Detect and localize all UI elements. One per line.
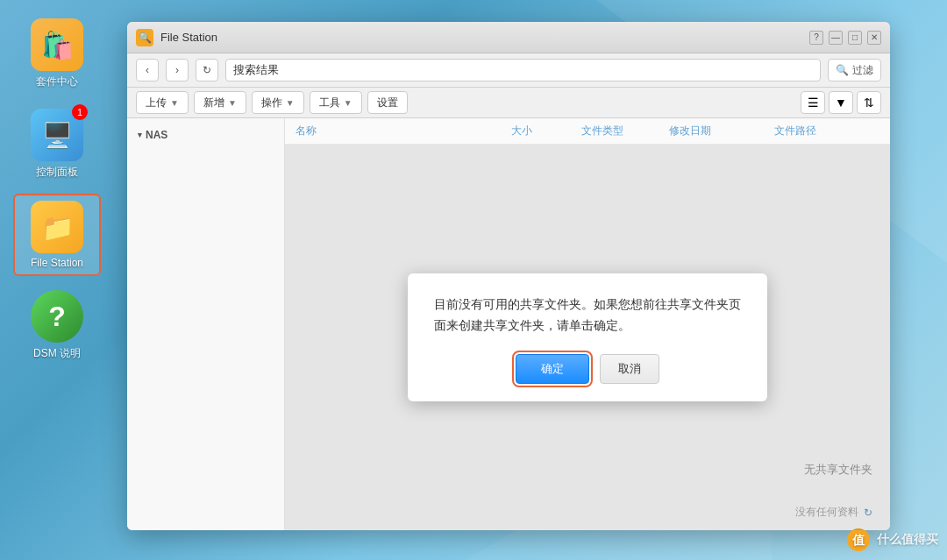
window-icon: 🔍: [136, 29, 153, 46]
dsm-help-label: DSM 说明: [33, 346, 81, 361]
col-type[interactable]: 文件类型: [581, 124, 669, 138]
cancel-button[interactable]: 取消: [600, 354, 659, 384]
list-view-button[interactable]: ☰: [801, 91, 825, 114]
view-dropdown-button[interactable]: ▼: [829, 91, 853, 114]
dialog-overlay: 目前没有可用的共享文件夹。如果您想前往共享文件夹页 面来创建共享文件夹，请单击确…: [285, 145, 890, 530]
col-path[interactable]: 文件路径: [774, 124, 879, 138]
upload-arrow: ▼: [170, 98, 179, 108]
search-icon: 🔍: [836, 64, 849, 76]
dialog-buttons: 确定 取消: [434, 354, 741, 384]
sidebar-nas-section: ▾ NAS: [127, 125, 284, 145]
back-button[interactable]: ‹: [136, 59, 159, 82]
file-list-header: 名称 大小 文件类型 修改日期 文件路径: [285, 118, 890, 145]
tools-button[interactable]: 工具 ▼: [310, 91, 362, 114]
watermark-text: 什么值得买: [877, 532, 938, 546]
upload-button[interactable]: 上传 ▼: [136, 91, 189, 114]
desktop-icon-file-station[interactable]: 📁 File Station: [13, 194, 101, 276]
file-station-window: 🔍 File Station ? — □ ✕ ‹ › ↻ 🔍 过滤 上传 ▼ 新…: [127, 22, 890, 530]
dialog-content: 目前没有可用的共享文件夹。如果您想前往共享文件夹页 面来创建共享文件夹，请单击确…: [434, 294, 741, 337]
sidebar: ▾ NAS: [127, 118, 285, 530]
view-buttons: ☰ ▼ ⇅: [801, 91, 881, 114]
new-button[interactable]: 新增 ▼: [194, 91, 246, 114]
col-size[interactable]: 大小: [511, 124, 581, 138]
dialog-message-line1: 目前没有可用的共享文件夹。如果您想前往共享文件夹页: [434, 294, 741, 315]
dialog-message-line2: 面来创建共享文件夹，请单击确定。: [434, 315, 741, 337]
desktop-icons: 🛍️ 套件中心 🖥️ 1 控制面板 📁 File Station ? DSM 说…: [0, 0, 114, 560]
package-center-icon: 🛍️: [31, 18, 83, 71]
control-panel-label: 控制面板: [36, 165, 78, 180]
help-button[interactable]: ?: [809, 31, 823, 45]
watermark-icon: 值: [847, 528, 870, 551]
control-panel-icon: 🖥️ 1: [31, 109, 83, 161]
control-panel-badge: 1: [72, 104, 88, 120]
file-station-icon: 📁: [31, 201, 83, 253]
action-button[interactable]: 操作 ▼: [252, 91, 304, 114]
minimize-button[interactable]: —: [829, 31, 843, 45]
filter-box[interactable]: 🔍 过滤: [828, 59, 881, 82]
settings-button[interactable]: 设置: [367, 91, 408, 114]
file-content: 目前没有可用的共享文件夹。如果您想前往共享文件夹页 面来创建共享文件夹，请单击确…: [285, 145, 890, 530]
sort-button[interactable]: ⇅: [857, 91, 881, 114]
search-input[interactable]: [225, 59, 821, 82]
filter-label: 过滤: [852, 63, 873, 78]
watermark: 值 什么值得买: [847, 528, 938, 551]
sidebar-nas-header[interactable]: ▾ NAS: [138, 129, 274, 141]
desktop-icon-control-panel[interactable]: 🖥️ 1 控制面板: [13, 103, 101, 185]
dsm-help-icon: ?: [31, 290, 83, 343]
main-area: ▾ NAS 名称 大小 文件类型 修改日期 文件路径 目前没有可用的共享文件夹: [127, 118, 890, 530]
tools-arrow: ▼: [344, 98, 352, 108]
nas-collapse-arrow: ▾: [138, 131, 142, 139]
action-toolbar: 上传 ▼ 新增 ▼ 操作 ▼ 工具 ▼ 设置 ☰ ▼ ⇅: [127, 88, 890, 118]
package-center-label: 套件中心: [36, 74, 78, 89]
col-date[interactable]: 修改日期: [669, 124, 774, 138]
refresh-button[interactable]: ↻: [196, 59, 218, 82]
desktop-icon-dsm-help[interactable]: ? DSM 说明: [13, 285, 101, 366]
window-controls: ? — □ ✕: [809, 31, 881, 45]
action-arrow: ▼: [286, 98, 295, 108]
confirm-button[interactable]: 确定: [516, 354, 589, 384]
navigation-toolbar: ‹ › ↻ 🔍 过滤: [127, 53, 890, 88]
desktop-icon-package-center[interactable]: 🛍️ 套件中心: [13, 13, 101, 95]
title-bar: 🔍 File Station ? — □ ✕: [127, 22, 890, 53]
new-arrow: ▼: [228, 98, 237, 108]
forward-button[interactable]: ›: [166, 59, 189, 82]
window-title: File Station: [160, 31, 217, 44]
file-area: 名称 大小 文件类型 修改日期 文件路径 目前没有可用的共享文件夹。如果您想前往…: [285, 118, 890, 530]
sidebar-nas-label: NAS: [146, 129, 167, 141]
dialog: 目前没有可用的共享文件夹。如果您想前往共享文件夹页 面来创建共享文件夹，请单击确…: [408, 273, 767, 401]
maximize-button[interactable]: □: [848, 31, 862, 45]
col-name[interactable]: 名称: [295, 124, 511, 138]
close-button[interactable]: ✕: [867, 31, 881, 45]
file-station-label: File Station: [31, 257, 83, 269]
